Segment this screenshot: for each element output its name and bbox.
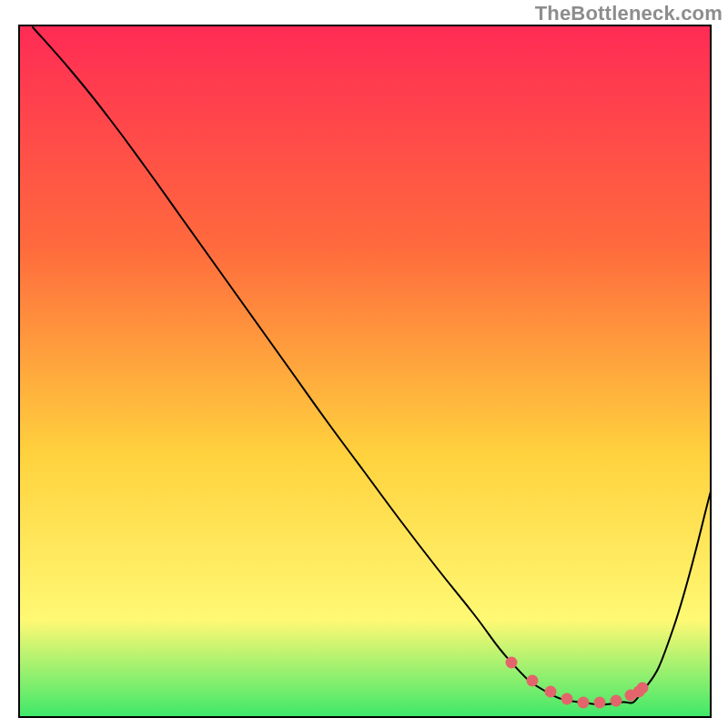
bottleneck-chart [0, 0, 728, 728]
trough-dot [545, 686, 557, 698]
chart-stage: TheBottleneck.com [0, 0, 728, 728]
trough-dot [611, 695, 622, 707]
trough-dot [561, 693, 573, 705]
trough-dot [527, 675, 539, 687]
trough-dot [506, 657, 518, 669]
trough-dot [578, 697, 590, 709]
trough-dot [594, 697, 606, 709]
trough-dot [637, 682, 649, 694]
gradient-background [19, 25, 711, 717]
watermark-text: TheBottleneck.com [535, 2, 723, 25]
